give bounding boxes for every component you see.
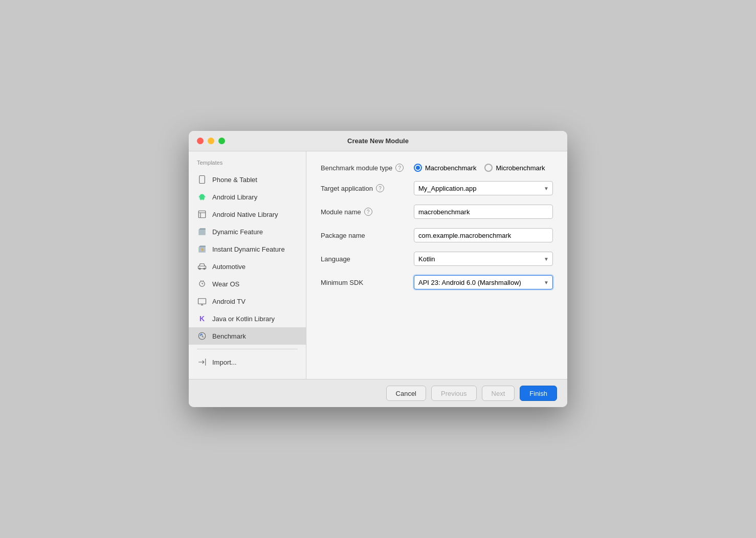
sidebar-item-instant-dynamic[interactable]: Instant Dynamic Feature xyxy=(189,240,306,258)
sidebar-item-automotive[interactable]: Automotive xyxy=(189,258,306,275)
minimum-sdk-select-wrapper: API 23: Android 6.0 (Marshmallow) API 21… xyxy=(414,275,553,289)
sidebar-item-label: Android Native Library xyxy=(212,211,278,218)
sidebar-item-phone-tablet[interactable]: Phone & Tablet xyxy=(189,171,306,188)
minimum-sdk-label: Minimum SDK xyxy=(321,279,408,286)
sidebar-item-kotlin-library[interactable]: K Java or Kotlin Library xyxy=(189,310,306,327)
language-select[interactable]: Kotlin Java xyxy=(414,252,553,266)
sidebar-divider xyxy=(197,349,298,349)
module-name-input[interactable] xyxy=(414,205,553,219)
instant-icon xyxy=(197,244,207,254)
maximize-button[interactable] xyxy=(218,138,225,144)
window-controls xyxy=(197,138,225,144)
macrobenchmark-option[interactable]: Macrobenchmark xyxy=(414,164,476,172)
cancel-button[interactable]: Cancel xyxy=(386,386,426,401)
sidebar-item-android-native[interactable]: Android Native Library xyxy=(189,206,306,223)
sidebar-item-label: Android TV xyxy=(212,298,246,305)
sidebar-item-benchmark[interactable]: Benchmark xyxy=(189,327,306,345)
minimum-sdk-row: Minimum SDK API 23: Android 6.0 (Marshma… xyxy=(321,275,553,289)
svg-rect-5 xyxy=(205,196,206,198)
svg-rect-0 xyxy=(199,176,205,184)
dialog-title: Create New Module xyxy=(347,137,409,145)
finish-button[interactable]: Finish xyxy=(520,386,557,401)
benchmark-icon xyxy=(197,331,207,341)
sidebar-item-label: Java or Kotlin Library xyxy=(212,315,275,323)
sidebar-item-label: Benchmark xyxy=(212,332,246,340)
benchmark-module-type-label: Benchmark module type ? xyxy=(321,164,408,172)
next-button[interactable]: Next xyxy=(482,386,515,401)
microbenchmark-option[interactable]: Microbenchmark xyxy=(484,164,545,172)
previous-button[interactable]: Previous xyxy=(431,386,477,401)
package-name-label: Package name xyxy=(321,232,408,239)
benchmark-module-type-options: Macrobenchmark Microbenchmark xyxy=(414,164,545,172)
target-application-select-wrapper: My_Application.app ▼ xyxy=(414,181,553,195)
native-icon xyxy=(197,209,207,219)
sidebar-item-import[interactable]: Import... xyxy=(189,353,306,371)
sidebar: Templates Phone & Tablet xyxy=(189,151,306,379)
target-application-select[interactable]: My_Application.app xyxy=(414,181,553,195)
sidebar-item-label: Automotive xyxy=(212,263,246,271)
language-select-wrapper: Kotlin Java ▼ xyxy=(414,252,553,266)
tv-icon xyxy=(197,296,207,306)
svg-point-2 xyxy=(201,195,202,195)
phone-icon xyxy=(197,174,207,185)
minimize-button[interactable] xyxy=(208,138,214,144)
svg-rect-7 xyxy=(203,199,204,200)
bottom-bar: Cancel Previous Next Finish xyxy=(189,379,567,407)
macrobenchmark-radio[interactable] xyxy=(414,164,422,172)
titlebar: Create New Module xyxy=(189,131,567,151)
benchmark-module-type-row: Benchmark module type ? Macrobenchmark M… xyxy=(321,164,553,172)
android-icon xyxy=(197,192,207,202)
sidebar-item-label: Instant Dynamic Feature xyxy=(212,245,285,253)
dynamic-icon xyxy=(197,227,207,237)
sidebar-header: Templates xyxy=(189,160,306,171)
wear-icon xyxy=(197,279,207,289)
sidebar-item-label: Dynamic Feature xyxy=(212,228,263,236)
module-name-row: Module name ? xyxy=(321,205,553,219)
target-application-row: Target application ? My_Application.app … xyxy=(321,181,553,195)
target-application-label: Target application ? xyxy=(321,184,408,192)
main-content: Benchmark module type ? Macrobenchmark M… xyxy=(306,151,567,379)
language-label: Language xyxy=(321,255,408,263)
minimum-sdk-select[interactable]: API 23: Android 6.0 (Marshmallow) API 21… xyxy=(414,275,553,289)
sidebar-item-label: Wear OS xyxy=(212,280,239,288)
module-name-label: Module name ? xyxy=(321,208,408,216)
target-app-help-icon[interactable]: ? xyxy=(376,184,384,192)
import-label: Import... xyxy=(212,358,237,366)
sidebar-item-label: Phone & Tablet xyxy=(212,176,257,184)
benchmark-help-icon[interactable]: ? xyxy=(395,164,404,172)
language-row: Language Kotlin Java ▼ xyxy=(321,252,553,266)
sidebar-item-wear-os[interactable]: Wear OS xyxy=(189,275,306,293)
close-button[interactable] xyxy=(197,138,204,144)
sidebar-item-android-tv[interactable]: Android TV xyxy=(189,293,306,310)
package-name-input[interactable] xyxy=(414,228,553,242)
dialog-body: Templates Phone & Tablet xyxy=(189,151,567,379)
create-new-module-dialog: Create New Module Templates Phone & Tabl… xyxy=(189,131,567,407)
automotive-icon xyxy=(197,261,207,272)
module-name-help-icon[interactable]: ? xyxy=(364,208,372,216)
kotlin-icon: K xyxy=(197,313,207,324)
svg-rect-21 xyxy=(198,299,206,304)
sidebar-item-label: Android Library xyxy=(212,193,257,201)
svg-rect-6 xyxy=(201,199,202,200)
sidebar-item-dynamic-feature[interactable]: Dynamic Feature xyxy=(189,223,306,240)
sidebar-item-android-library[interactable]: Android Library xyxy=(189,188,306,206)
package-name-row: Package name xyxy=(321,228,553,242)
svg-rect-8 xyxy=(198,211,206,218)
import-icon xyxy=(197,357,207,367)
microbenchmark-radio[interactable] xyxy=(484,164,493,172)
svg-point-3 xyxy=(203,195,203,195)
svg-rect-4 xyxy=(199,196,200,198)
